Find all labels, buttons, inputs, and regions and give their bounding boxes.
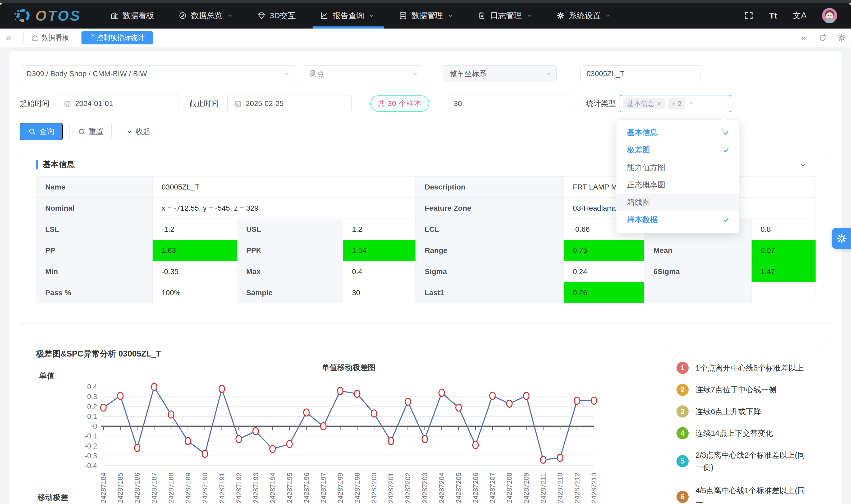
avatar[interactable] [822,8,837,23]
option-label: 样本数据 [627,215,658,225]
svg-text:单值: 单值 [39,372,54,380]
tab-single-control-stats[interactable]: 单控制项指标统计 [82,31,153,44]
cell-value: 100% [153,282,237,303]
station-select[interactable]: D309 / Body Shop / CMM-BIW / BIW [20,65,295,82]
point-select[interactable]: 测点 [303,65,423,82]
point-select-placeholder: 测点 [309,69,324,79]
cell-label: USL [237,219,343,240]
svg-text:24287189: 24287189 [184,472,192,503]
reset-button[interactable]: 重置 [69,123,111,140]
dropdown-option-range-chart[interactable]: 极差图 [617,141,739,159]
check-icon [722,216,730,223]
rule-text: 4/5点离中心线1个标准差以上(同一 [695,484,812,504]
stat-type-multiselect[interactable]: 基本信息 × + 2 [620,95,731,112]
dropdown-option-normal-probability[interactable]: 正态概率图 [617,176,739,194]
cell-value: 30 [343,282,416,303]
main-content-panel: D309 / Body Shop / CMM-BIW / BIW 测点 整车坐标… [9,51,842,504]
collapse-label: 收起 [136,127,150,137]
cell-value-highlight: 0.75 [564,240,644,261]
nav-item-log-management[interactable]: 日志管理 [478,3,532,29]
gear-icon [836,233,847,244]
svg-text:24287193: 24287193 [252,472,260,503]
spc-rule-item: 6 4/5点离中心线1个标准差以上(同一 [676,484,812,504]
cell-label: Sigma [416,261,564,282]
nav-item-3d[interactable]: 3D交互 [257,3,296,29]
nav-item-data-overview[interactable]: 数据总览 [178,3,233,29]
tag-close-icon[interactable]: × [657,100,661,108]
notebook-icon [478,11,486,20]
chevron-down-icon[interactable] [799,161,807,168]
gem-icon [257,11,266,20]
nav-label: 报告查询 [332,10,364,21]
cell-value: x = -712.55, y = -545, z = 329 [153,198,416,219]
app-logo: OTOS [14,7,81,24]
svg-text:24287192: 24287192 [235,472,243,503]
end-date-value: 2025-02-25 [246,100,283,108]
collapse-filters-button[interactable]: 收起 [126,127,150,137]
font-size-icon[interactable]: Tt [769,11,777,21]
start-date-value: 2024-01-01 [75,100,113,108]
filter-row-1: D309 / Body Shop / CMM-BIW / BIW 测点 整车坐标… [20,65,831,82]
svg-text:24287191: 24287191 [218,472,226,503]
svg-text:24287211: 24287211 [539,473,547,503]
cell-label: Name [36,177,153,198]
cell-label: Sample [237,282,343,303]
dropdown-option-capability-histogram[interactable]: 能力值方图 [617,159,739,176]
individuals-moving-range-chart[interactable]: 0.40.30.20.1-0-0.1-0.2-0.3-0.42428718424… [36,360,656,504]
rule-text: 连续7点位于中心线一侧 [695,383,776,396]
reset-icon [77,128,85,136]
svg-text:24287195: 24287195 [286,472,294,503]
chevron-down-icon [447,13,453,18]
sample-count-badge: 共 30 个样本 [370,95,429,112]
chart-line-icon [320,11,329,20]
search-button[interactable]: 查询 [20,123,63,140]
fullscreen-icon[interactable] [744,11,754,20]
start-date-input[interactable]: 2024-01-01 [57,95,180,112]
option-label: 极差图 [627,145,650,156]
cell-value-highlight: 0.26 [564,282,644,303]
search-button-label: 查询 [39,127,54,137]
floating-settings-button[interactable] [832,228,851,249]
coord-select-value: 整车坐标系 [449,69,486,79]
table-row: PP 1.63 PPK 1.54 Range 0.75 Mean 0.07 [36,240,816,261]
cell-value-highlight: 0.07 [751,240,816,261]
nav-item-dashboard[interactable]: 数据看板 [110,3,154,29]
svg-text:0.3: 0.3 [87,393,97,401]
dropdown-option-basic-info[interactable]: 基本信息 [617,124,739,141]
tab-dashboard[interactable]: 数据看板 [23,31,77,44]
svg-text:24287198: 24287198 [353,472,361,503]
nav-item-system-settings[interactable]: 系统设置 [556,3,611,29]
spc-rule-item: 2 连续7点位于中心线一侧 [676,383,812,396]
end-time-label: 截止时间 [189,98,225,109]
dropdown-option-box-plot[interactable]: 箱线图 [617,194,739,211]
rule-number-badge: 2 [676,384,689,396]
nav-item-report-query[interactable]: 报告查询 [320,3,374,29]
stat-type-dropdown: 基本信息 极差图 能力值方图 正态概率图 箱线图 样本数据 [616,120,740,233]
count-input[interactable] [448,95,569,112]
end-date-input[interactable]: 2025-02-25 [227,95,352,112]
spc-rule-item: 1 1个点离开中心线3个标准差以上 [676,362,812,374]
tag-label: 基本信息 [627,99,655,108]
svg-text:24287188: 24287188 [167,472,175,503]
nav-item-data-management[interactable]: 数据管理 [399,3,453,29]
svg-text:-0.1: -0.1 [85,432,97,440]
chevron-down-icon [526,13,532,18]
selected-tag[interactable]: 基本信息 × [623,98,665,109]
calendar-icon [234,100,242,108]
refresh-icon[interactable] [813,29,832,47]
gear-icon [556,11,565,20]
tabs-collapse-left-icon[interactable]: « [0,32,17,43]
dropdown-option-sample-data[interactable]: 样本数据 [617,211,739,229]
translate-icon[interactable]: 文A [793,10,806,21]
chevron-down-icon [545,71,552,77]
tabs-collapse-right-icon[interactable]: » [794,29,813,47]
rule-number-badge: 4 [676,427,689,439]
code-input[interactable] [581,65,701,82]
cell-value: -1.2 [153,219,237,240]
svg-text:24287203: 24287203 [421,472,429,503]
option-label: 箱线图 [627,197,650,208]
svg-text:-0: -0 [91,422,97,430]
coordinate-system-select[interactable]: 整车坐标系 [443,65,557,82]
gear-icon[interactable] [832,29,851,47]
nav-label: 数据管理 [411,10,443,21]
